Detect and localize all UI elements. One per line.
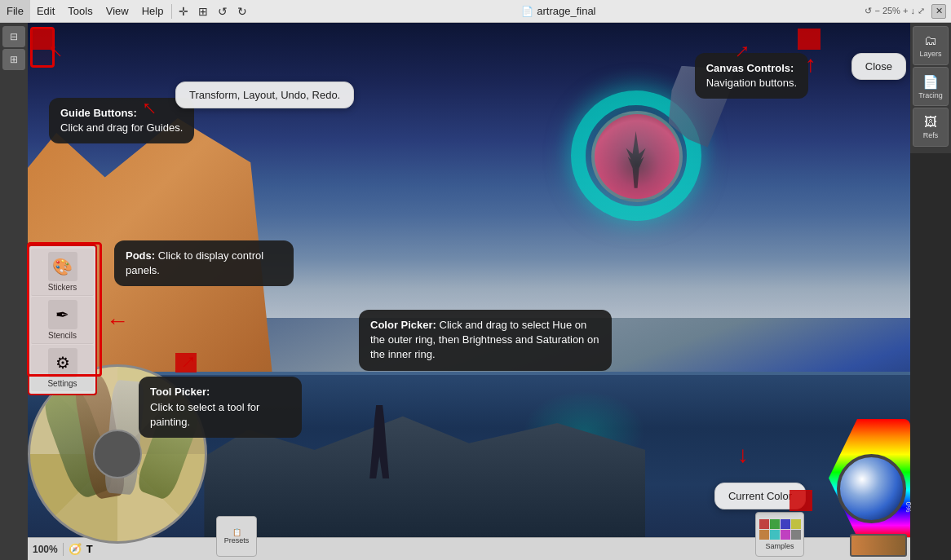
layers-icon: 🗂 <box>924 33 937 48</box>
color-wheel-area[interactable]: 0% <box>808 417 951 560</box>
tooltip-transform: Transform, Layout, Undo, Redo. <box>175 82 354 108</box>
window-title: 📄 artrage_final <box>252 5 865 17</box>
samples-button[interactable]: Samples <box>755 512 804 557</box>
tracing-button[interactable]: 📄 Tracing <box>913 67 949 106</box>
tracing-label: Tracing <box>918 91 943 99</box>
refs-icon: 🖼 <box>924 115 937 130</box>
window-controls: ↺ − 25% + ↓ ⤢ ✕ <box>865 4 951 19</box>
undo-icon[interactable]: ↺ <box>214 2 232 20</box>
tooltip-tool-picker: Tool Picker: Click to select a tool for … <box>139 377 302 438</box>
layout-icon[interactable]: ⊞ <box>194 2 212 20</box>
presets-icon: 📋 <box>232 528 241 536</box>
arrow-color-picker: ↓ <box>737 443 749 466</box>
samples-label: Samples <box>765 542 794 550</box>
arrow-close: ↑ <box>805 53 816 76</box>
current-color-swatch <box>850 534 907 557</box>
color-saturation-circle[interactable] <box>837 454 906 523</box>
tooltip-pods: Pods: Click to display control panels. <box>114 240 294 286</box>
red-square-tr <box>798 29 821 50</box>
divider-1 <box>171 4 172 19</box>
layers-button[interactable]: 🗂 Layers <box>913 26 949 65</box>
refs-button[interactable]: 🖼 Refs <box>913 108 949 147</box>
tooltip-color-picker: Color Picker: Click and drag to select H… <box>359 310 612 371</box>
tool-wheel-center <box>93 430 142 478</box>
menu-view[interactable]: View <box>100 0 135 22</box>
red-square-br <box>790 490 812 511</box>
tooltip-canvas-controls: Canvas Controls: Navigation buttons. <box>695 53 808 99</box>
zoom-level: 100% <box>33 544 58 555</box>
text-tool-icon[interactable]: T <box>86 543 93 555</box>
transform-icon[interactable]: ✛ <box>175 2 192 20</box>
navigator-icon[interactable]: 🧭 <box>69 543 82 555</box>
refs-label: Refs <box>923 131 939 139</box>
redo-icon[interactable]: ↻ <box>233 2 251 20</box>
presets-button[interactable]: 📋 Presets <box>216 516 257 557</box>
right-panel: 🗂 Layers 📄 Tracing 🖼 Refs <box>910 23 951 153</box>
color-percentage: 0% <box>905 483 913 531</box>
settings-label: Settings <box>47 379 77 388</box>
layers-label: Layers <box>919 50 941 58</box>
presets-label: Presets <box>224 536 250 545</box>
tooltip-close: Close <box>851 53 906 80</box>
tracing-icon: 📄 <box>922 74 939 90</box>
close-button[interactable]: ✕ <box>931 4 946 19</box>
guide-h-button[interactable]: ⊟ <box>2 26 25 47</box>
arrow-pods: ← <box>106 310 129 333</box>
pods-highlight <box>27 242 102 377</box>
menu-edit[interactable]: Edit <box>30 0 61 22</box>
titlebar: File Edit Tools View Help ✛ ⊞ ↺ ↻ 📄 artr… <box>0 0 951 23</box>
red-square-tl <box>31 29 54 50</box>
menu-tools[interactable]: Tools <box>61 0 99 22</box>
menu-file[interactable]: File <box>0 0 30 22</box>
left-toolbar: ⊟ ⊞ <box>0 23 28 560</box>
menu-help[interactable]: Help <box>135 0 170 22</box>
tooltip-guide-buttons: Guide Buttons: Click and drag for Guides… <box>49 98 194 143</box>
guide-v-button[interactable]: ⊞ <box>2 49 25 70</box>
red-square-tool <box>175 353 197 373</box>
samples-grid <box>759 519 801 540</box>
